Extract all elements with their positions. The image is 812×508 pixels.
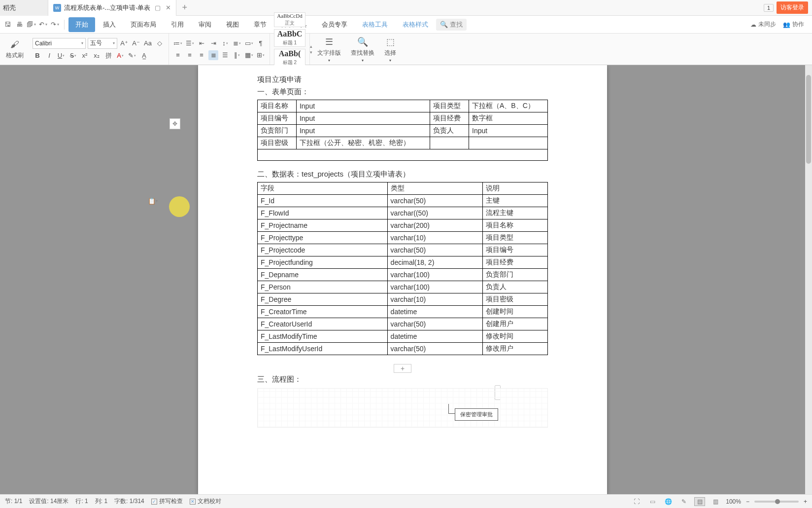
select-button[interactable]: ⬚选择▾: [379, 34, 401, 65]
unsync-button[interactable]: ☁未同步: [750, 20, 776, 29]
document-tab[interactable]: W 流程系统表单-...立项申请-单表 ▢ ✕: [48, 0, 176, 16]
superscript-icon[interactable]: x²: [80, 51, 90, 61]
style-item[interactable]: AaBbCcDd正文: [274, 12, 305, 27]
search-label: 查找: [450, 20, 463, 29]
style-item[interactable]: AaBb(标题 2: [274, 49, 305, 66]
print-icon[interactable]: 🖶: [14, 19, 25, 30]
save-icon[interactable]: 🖫: [2, 19, 13, 30]
ribbon: 🖌 格式刷 Calibri 五号 A⁺ A⁻ Aa ◇ B I U S̶ x² …: [0, 34, 812, 65]
tab-table-tools[interactable]: 表格工具: [355, 17, 395, 32]
char-border-icon[interactable]: A̲: [139, 51, 149, 61]
add-tab-button[interactable]: +: [176, 2, 194, 13]
tab-reference[interactable]: 引用: [164, 17, 191, 32]
shading-icon[interactable]: ▭: [244, 38, 254, 48]
align-right-icon[interactable]: ≡: [197, 50, 206, 60]
italic-icon[interactable]: I: [44, 51, 54, 61]
number-list-icon[interactable]: ☰: [185, 38, 195, 48]
menubar: 🖫 🖶 🗐 ↶ ↷ 开始 插入 页面布局 引用 审阅 视图 章节 开发工具 会员…: [0, 16, 812, 34]
document-tab-title: 流程系统表单-...立项申请-单表: [64, 3, 151, 12]
cloud-icon: ☁: [750, 21, 756, 28]
tab-table-style[interactable]: 表格样式: [396, 17, 435, 32]
tab-member[interactable]: 会员专享: [315, 17, 354, 32]
paragraph-group: ≔ ☰ ⇤ ⇥ ↕ ≣ ▭ ¶ ≡ ≡ ≡ ≣ ☰ ‖ ▦ ⊞: [169, 34, 270, 65]
notification-badge[interactable]: 1: [764, 4, 774, 12]
home-tab[interactable]: 稻壳: [0, 0, 48, 16]
tab-view[interactable]: 视图: [219, 17, 246, 32]
strike-icon[interactable]: S̶: [68, 51, 78, 61]
line-spacing-icon[interactable]: ≣: [232, 38, 242, 48]
tab-start[interactable]: 开始: [68, 17, 95, 32]
search-box[interactable]: 🔍 查找: [436, 19, 467, 31]
shrink-font-icon[interactable]: A⁻: [131, 38, 141, 48]
quick-print-icon[interactable]: 🗐: [26, 19, 36, 30]
people-icon: 👥: [783, 21, 790, 28]
border-icon[interactable]: ▦: [244, 50, 254, 60]
grow-font-icon[interactable]: A⁺: [119, 38, 129, 48]
find-replace-button[interactable]: 🔍查找替换▾: [346, 34, 379, 65]
format-painter-button[interactable]: 🖌 格式刷: [1, 34, 29, 65]
indent-inc-icon[interactable]: ⇥: [208, 38, 218, 48]
collab-button[interactable]: 👥协作: [783, 20, 804, 29]
tab-insert[interactable]: 插入: [96, 17, 123, 32]
para-marks-icon[interactable]: ¶: [256, 38, 266, 48]
spacing-icon[interactable]: ‖: [232, 50, 242, 60]
align-justify-icon[interactable]: ≣: [208, 50, 218, 60]
popout-icon[interactable]: ▢: [155, 4, 161, 11]
word-doc-icon: W: [53, 4, 61, 12]
font-size-select[interactable]: 五号: [88, 38, 117, 49]
tab-page-layout[interactable]: 页面布局: [124, 17, 163, 32]
search-icon: 🔍: [440, 21, 448, 28]
style-item[interactable]: AaBbC标题 1: [274, 29, 305, 47]
phonetic-icon[interactable]: 拼: [103, 51, 113, 61]
bullet-list-icon[interactable]: ≔: [173, 38, 183, 48]
undo-icon[interactable]: ↶: [37, 19, 48, 30]
guest-login-button[interactable]: 访客登录: [777, 1, 808, 14]
cursor-icon: ⬚: [384, 36, 396, 48]
style-gallery: AaBbCcDd正文AaBbC标题 1AaBb(标题 2AaBbC(标题 3: [270, 34, 310, 65]
magnify-icon: 🔍: [357, 36, 369, 48]
highlight-icon[interactable]: ✎: [127, 51, 137, 61]
brush-icon: 🖌: [9, 38, 21, 50]
text-layout-icon: ☰: [323, 36, 335, 48]
clear-format-icon[interactable]: ◇: [155, 38, 165, 48]
tab-stops-icon[interactable]: ⊞: [256, 50, 266, 60]
change-case-icon[interactable]: Aa: [143, 38, 153, 48]
text-layout-button[interactable]: ☰文字排版▾: [312, 34, 346, 65]
font-color-icon[interactable]: A: [115, 51, 125, 61]
sort-icon[interactable]: ↕: [220, 38, 230, 48]
close-tab-icon[interactable]: ✕: [166, 4, 171, 11]
tab-review[interactable]: 审阅: [192, 17, 218, 32]
align-center-icon[interactable]: ≡: [185, 50, 195, 60]
font-group: Calibri 五号 A⁺ A⁻ Aa ◇ B I U S̶ x² x₂ 拼 A…: [29, 34, 169, 65]
subscript-icon[interactable]: x₂: [92, 51, 102, 61]
tab-chapter[interactable]: 章节: [247, 17, 273, 32]
indent-dec-icon[interactable]: ⇤: [197, 38, 206, 48]
bold-icon[interactable]: B: [33, 51, 42, 61]
underline-icon[interactable]: U: [56, 51, 66, 61]
divider: [64, 20, 65, 30]
font-name-select[interactable]: Calibri: [33, 38, 86, 49]
redo-icon[interactable]: ↷: [49, 19, 60, 30]
titlebar: 稻壳 W 流程系统表单-...立项申请-单表 ▢ ✕ + 1 访客登录: [0, 0, 812, 16]
align-distribute-icon[interactable]: ☰: [220, 50, 230, 60]
align-left-icon[interactable]: ≡: [173, 50, 183, 60]
